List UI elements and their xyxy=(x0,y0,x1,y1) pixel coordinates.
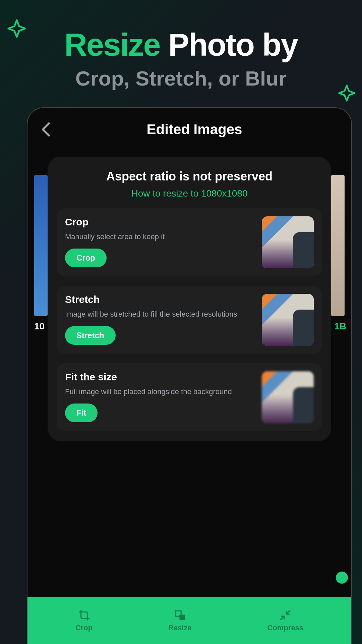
hero-subtitle: Crop, Stretch, or Blur xyxy=(0,66,362,90)
fit-thumbnail xyxy=(262,371,314,423)
nav-resize[interactable]: Resize xyxy=(168,609,192,632)
option-desc: Image will be stretched to fill the sele… xyxy=(65,309,254,319)
resize-icon xyxy=(174,609,186,622)
sparkle-icon xyxy=(7,18,27,39)
option-stretch: Stretch Image will be stretched to fill … xyxy=(57,286,322,354)
resize-modal: Aspect ratio is not preserved How to res… xyxy=(48,157,331,441)
option-crop: Crop Manually select area to keep it Cro… xyxy=(57,208,322,276)
option-title: Stretch xyxy=(65,294,254,305)
stretch-button[interactable]: Stretch xyxy=(65,326,116,345)
phone-header: Edited Images xyxy=(27,108,351,148)
svg-rect-1 xyxy=(180,615,184,620)
option-title: Fit the size xyxy=(65,371,254,383)
nav-compress[interactable]: Compress xyxy=(267,609,304,632)
sparkle-icon xyxy=(338,84,356,102)
stretch-thumbnail xyxy=(262,294,314,346)
nav-crop[interactable]: Crop xyxy=(75,609,93,632)
modal-title: Aspect ratio is not preserved xyxy=(57,169,322,183)
background-image-left xyxy=(34,175,48,316)
hero-accent-text: Resize xyxy=(64,27,160,62)
hero-rest-text: Photo by xyxy=(160,27,298,62)
crop-button[interactable]: Crop xyxy=(65,249,107,267)
indicator-dot xyxy=(336,572,348,584)
phone-frame: Edited Images 10 1B Aspect ratio is not … xyxy=(27,107,352,644)
crop-icon xyxy=(78,609,90,622)
option-fit: Fit the size Full image will be placed a… xyxy=(57,363,322,431)
crop-thumbnail xyxy=(262,216,314,268)
background-image-right xyxy=(331,175,345,316)
option-desc: Manually select area to keep it xyxy=(65,232,254,242)
nav-label: Resize xyxy=(168,624,192,632)
compress-icon xyxy=(279,609,292,622)
hero-heading: Resize Photo by Crop, Stretch, or Blur xyxy=(0,0,362,90)
background-label-left: 10 xyxy=(34,321,45,332)
page-title: Edited Images xyxy=(71,121,318,138)
background-label-right: 1B xyxy=(334,321,346,332)
option-desc: Full image will be placed alongside the … xyxy=(65,387,254,397)
modal-subtitle: How to resize to 1080x1080 xyxy=(57,188,322,199)
option-title: Crop xyxy=(65,216,254,228)
nav-label: Compress xyxy=(267,624,304,632)
nav-label: Crop xyxy=(75,624,93,632)
bottom-nav: Crop Resize Compress xyxy=(27,597,351,644)
fit-button[interactable]: Fit xyxy=(65,404,98,422)
back-icon[interactable] xyxy=(41,122,51,137)
